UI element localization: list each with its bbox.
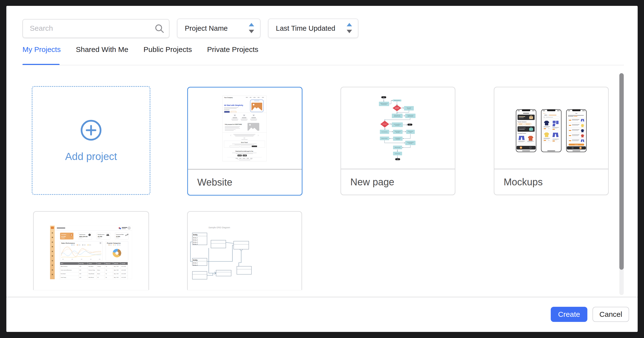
svg-text:Jul 16, 2023: Jul 16, 2023 xyxy=(121,273,126,274)
sort-by-name-button[interactable]: Project Name xyxy=(177,18,260,38)
svg-text:opposing party: opposing party xyxy=(395,125,400,126)
svg-text:Jul 16, 2023: Jul 16, 2023 xyxy=(121,270,126,271)
svg-text:Island Trading: Island Trading xyxy=(61,277,66,278)
svg-text:Draft pleading and: Draft pleading and xyxy=(395,138,400,139)
svg-text:Update At: Update At xyxy=(114,263,118,264)
sort-by-updated-button[interactable]: Last Time Updated xyxy=(268,18,358,38)
svg-text:1013: 1013 xyxy=(79,277,81,278)
flowchart-thumbnail: Start Receive instructions Request instr… xyxy=(341,87,455,169)
svg-text:Registered: Registered xyxy=(106,263,110,264)
svg-text:task allocation: task allocation xyxy=(396,139,400,140)
svg-text:End: End xyxy=(397,159,398,160)
svg-text:Total Sessions: Total Sessions xyxy=(98,234,105,235)
svg-text:Aug 7, 2023: Aug 7, 2023 xyxy=(114,273,118,274)
sort-asc-desc-icon xyxy=(248,22,254,35)
svg-text:$: $ xyxy=(89,234,90,236)
svg-text:Create At: Create At xyxy=(121,263,126,264)
svg-text:Jul 16, 2023: Jul 16, 2023 xyxy=(121,266,126,267)
svg-text:background: background xyxy=(407,108,410,109)
project-card-untitled-erd[interactable]: Sample ERD Diagram xyxy=(187,211,302,290)
project-title: New page xyxy=(350,169,394,195)
svg-text:Review similar cases: Review similar cases xyxy=(394,115,400,116)
svg-text:Sample ERD Diagram: Sample ERD Diagram xyxy=(208,226,230,229)
svg-text:Is this a high: Is this a high xyxy=(395,107,399,108)
tabs-divider xyxy=(22,65,624,65)
svg-text:Location: Location xyxy=(98,263,101,264)
tab-shared-with-me[interactable]: Shared With Me xyxy=(76,45,128,63)
svg-text:Entity: Entity xyxy=(193,259,198,261)
svg-text:1011: 1011 xyxy=(79,270,81,271)
sort-by-name-label: Project Name xyxy=(185,19,228,37)
svg-text:Settle dispute?: Settle dispute? xyxy=(382,124,387,125)
search-input[interactable] xyxy=(29,19,152,37)
search-icon xyxy=(154,23,164,35)
add-project-label: Add project xyxy=(65,151,117,162)
project-card-mockups[interactable]: Popular Categories Buy now, pay later Tr… xyxy=(494,87,608,195)
svg-text:Entity 2: Entity 2 xyxy=(193,264,198,266)
tab-public-projects[interactable]: Public Projects xyxy=(144,45,192,63)
tab-private-projects[interactable]: Private Projects xyxy=(207,45,258,63)
svg-text:Yes: Yes xyxy=(402,107,404,108)
svg-text:Aug 7, 2023: Aug 7, 2023 xyxy=(114,277,118,278)
svg-text:12.8%: 12.8% xyxy=(116,236,120,237)
dashboard-thumbnail: Total Sales 21,324 Total Income $221,324… xyxy=(34,212,148,290)
svg-text:Yes: Yes xyxy=(106,266,107,267)
svg-text:All Start with Simplicity: All Start with Simplicity xyxy=(224,104,243,106)
project-card-new-page[interactable]: Start Receive instructions Request instr… xyxy=(340,87,455,195)
scrollbar-thumb[interactable] xyxy=(619,73,624,270)
svg-text:Entity 2: Entity 2 xyxy=(193,239,198,241)
tab-bar: My Projects Shared With Me Public Projec… xyxy=(22,45,258,63)
svg-text:No: No xyxy=(398,112,398,113)
cancel-button[interactable]: Cancel xyxy=(592,307,629,322)
svg-text:counsel: counsel xyxy=(410,132,412,133)
svg-text:Trending Products: Trending Products xyxy=(518,133,526,134)
svg-text:Total Sales: Total Sales xyxy=(61,234,67,235)
svg-text:Cart: Cart xyxy=(576,113,578,114)
svg-text:Start: Start xyxy=(383,97,385,98)
svg-text:Roland Mendel: Roland Mendel xyxy=(88,273,94,274)
svg-text:Entity 1: Entity 1 xyxy=(193,237,198,239)
plus-icon xyxy=(79,118,103,144)
svg-text:Maria Anders: Maria Anders xyxy=(88,266,94,267)
create-button[interactable]: Create xyxy=(551,307,587,322)
svg-text:Entity 1: Entity 1 xyxy=(193,262,198,264)
svg-text:$221,324.50: $221,324.50 xyxy=(79,236,88,237)
svg-text:Incorporate information: Incorporate information xyxy=(407,142,414,143)
mockups-thumbnail: Popular Categories Buy now, pay later Tr… xyxy=(494,87,608,169)
svg-text:Yes: Yes xyxy=(390,123,391,124)
svg-text:Arrange consultation: Arrange consultation xyxy=(382,138,388,139)
svg-text:observations: observations xyxy=(396,132,400,133)
svg-text:No: No xyxy=(385,128,386,129)
tab-my-projects[interactable]: My Projects xyxy=(22,45,61,63)
project-title: Website xyxy=(197,169,232,195)
svg-text:Document case and: Document case and xyxy=(408,115,413,116)
svg-text:1010: 1010 xyxy=(79,266,81,267)
svg-text:Ernst Handel: Ernst Handel xyxy=(61,273,66,274)
erd-thumbnail: Sample ERD Diagram xyxy=(188,212,302,290)
svg-text:15,763: 15,763 xyxy=(98,236,102,237)
svg-text:and possible outcomes: and possible outcomes xyxy=(394,116,400,117)
svg-text:Mexico: Mexico xyxy=(98,270,100,271)
svg-text:prepare documents: prepare documents xyxy=(408,116,413,117)
svg-text:Instruct lead attorney: Instruct lead attorney xyxy=(382,131,388,132)
svg-text:Asset Tag: Asset Tag xyxy=(79,263,84,264)
svg-text:Austria: Austria xyxy=(98,273,100,274)
svg-text:Checkout: Checkout xyxy=(575,144,578,145)
svg-text:Sales Performance: Sales Performance xyxy=(61,242,75,244)
search-box xyxy=(22,19,170,38)
svg-text:Helen Bennett: Helen Bennett xyxy=(88,277,94,278)
svg-text:Send correspondence to: Send correspondence to xyxy=(394,124,401,125)
project-picker-dialog: Project Name Last Time Updated My Projec… xyxy=(6,6,638,332)
svg-text:21,324: 21,324 xyxy=(61,236,66,237)
svg-text:Receive instructions: Receive instructions xyxy=(394,100,400,101)
svg-text:Buy now, pay later: Buy now, pay later xyxy=(519,128,526,128)
svg-text:Germany: Germany xyxy=(98,266,101,267)
svg-text:Centro comercial Moctezuma: Centro comercial Moctezuma xyxy=(61,270,72,271)
add-project-card[interactable]: Add project xyxy=(32,86,150,195)
project-card-untitled-dashboard[interactable]: Total Sales 21,324 Total Income $221,324… xyxy=(33,211,149,290)
svg-text:Entity 3: Entity 3 xyxy=(193,241,198,243)
svg-text:Francisco Chang: Francisco Chang xyxy=(88,270,95,271)
svg-text:Jul 16, 2023: Jul 16, 2023 xyxy=(121,277,126,278)
project-card-website[interactable]: Your Company All Start with Simplicity xyxy=(187,87,302,196)
svg-text:Fully prepared for EVERYTHING: Fully prepared for EVERYTHING xyxy=(225,124,242,125)
